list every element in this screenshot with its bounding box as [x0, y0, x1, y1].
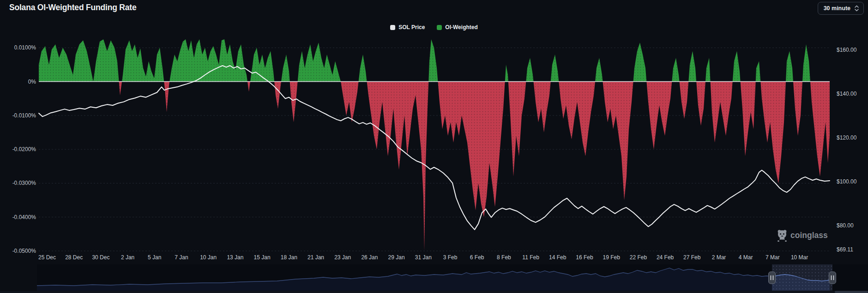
navigator[interactable]: [37, 264, 868, 291]
x-axis-tick: 13 Jan: [227, 254, 243, 261]
x-axis-tick: 21 Jan: [307, 254, 324, 261]
left-axis-tick: -0.0300%: [12, 180, 36, 186]
x-axis-tick: 10 Mar: [791, 254, 808, 261]
left-axis-tick: 0.0100%: [14, 44, 36, 51]
left-axis-tick: -0.0100%: [12, 112, 36, 119]
x-axis-tick: 24 Feb: [657, 254, 674, 261]
right-axis-tick: $100.00: [837, 178, 857, 185]
x-axis-tick: 15 Jan: [254, 254, 271, 261]
left-axis-tick: 0%: [28, 79, 36, 85]
x-axis-tick: 18 Jan: [281, 254, 297, 261]
right-axis-tick: $140.00: [837, 91, 857, 97]
x-axis-labels: 25 Dec28 Dec30 Dec2 Jan5 Jan7 Jan10 Jan1…: [38, 254, 808, 261]
funding-rate-chart-page: Solana OI-Weighted Funding Rate 30 minut…: [0, 0, 868, 293]
coinglass-watermark-text: coinglass: [790, 231, 828, 240]
scrollbar-thumb[interactable]: [835, 291, 868, 293]
left-axis-tick: -0.0400%: [12, 214, 36, 220]
left-axis-tick: -0.0500%: [12, 248, 36, 254]
navigator-dim-right: [832, 264, 868, 291]
x-axis-tick: 27 Feb: [683, 254, 701, 261]
navigator-dim-left: [37, 264, 772, 291]
coinglass-watermark: coinglass: [777, 228, 828, 242]
x-axis-tick: 2 Mar: [712, 254, 726, 261]
plot-area[interactable]: [39, 39, 830, 251]
coinglass-logo-icon: [777, 228, 788, 242]
navigator-right-handle[interactable]: [829, 272, 836, 284]
navigator-left-handle[interactable]: [769, 272, 776, 284]
x-axis-tick: 28 Dec: [65, 254, 83, 261]
navigator-selected-texture: [772, 264, 832, 291]
x-axis-tick: 19 Feb: [603, 254, 621, 261]
x-axis-tick: 29 Jan: [388, 254, 405, 261]
scrollbar-track[interactable]: [0, 291, 868, 293]
x-axis-tick: 11 Feb: [522, 254, 539, 261]
x-axis-tick: 16 Feb: [576, 254, 593, 261]
x-axis-tick: 7 Jan: [175, 254, 188, 261]
x-axis-tick: 23 Jan: [334, 254, 351, 261]
main-chart[interactable]: 0.0100%0%-0.0100%-0.0200%-0.0300%-0.0400…: [0, 0, 868, 293]
left-axis-tick: -0.0200%: [12, 146, 36, 153]
x-axis-tick: 31 Jan: [415, 254, 432, 261]
x-axis-tick: 30 Dec: [92, 254, 109, 261]
x-axis-tick: 5 Jan: [148, 254, 161, 261]
right-axis-tick: $120.00: [837, 134, 857, 141]
right-axis-labels: $160.00$140.00$120.00$100.00$80.00$69.11: [837, 47, 857, 253]
x-axis-tick: 4 Mar: [739, 254, 753, 261]
right-axis-tick: $69.11: [837, 246, 853, 253]
x-axis-tick: 6 Feb: [470, 254, 484, 261]
right-axis-tick: $80.00: [837, 222, 854, 229]
x-axis-tick: 22 Feb: [630, 254, 647, 261]
x-axis-tick: 14 Feb: [549, 254, 567, 261]
x-axis-tick: 26 Jan: [361, 254, 378, 261]
x-axis-tick: 7 Mar: [766, 254, 780, 261]
left-axis-labels: 0.0100%0%-0.0100%-0.0200%-0.0300%-0.0400…: [12, 44, 36, 254]
x-axis-tick: 25 Dec: [38, 254, 56, 261]
x-axis-tick: 8 Feb: [497, 254, 511, 261]
x-axis-tick: 2 Jan: [121, 254, 134, 261]
right-axis-tick: $160.00: [837, 47, 857, 53]
x-axis-tick: 10 Jan: [200, 254, 217, 261]
x-axis-tick: 3 Feb: [443, 254, 458, 261]
